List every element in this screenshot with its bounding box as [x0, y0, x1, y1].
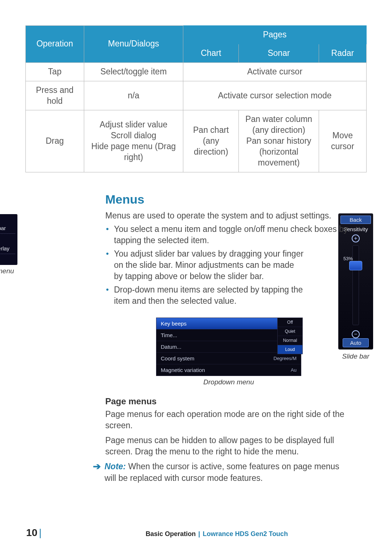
note-block: ➔ Note: When the cursor is active, some … [93, 461, 352, 483]
plus-icon: + [352, 234, 360, 242]
page-number: 10| [26, 527, 41, 539]
cell-tap-pages: Activate cursor [183, 62, 367, 81]
th-menu-dialogs: Menu/Dialogs [84, 26, 183, 63]
toggle-menu-caption: Toggle menu [0, 267, 17, 275]
th-chart: Chart [183, 44, 239, 62]
dd-option: Loud [278, 345, 302, 354]
dd-label: Datum... [161, 344, 181, 350]
cell-press-menu: n/a [84, 81, 183, 110]
slider-track: 53% [352, 245, 359, 325]
cell-drag-sonar: Pan water column (any direction) Pan son… [239, 110, 319, 172]
footer-title: Basic Operation | Lowrance HDS Gen2 Touc… [146, 530, 288, 538]
note-text: Note: When the cursor is active, some fe… [105, 461, 352, 483]
dd-label: Coord system [161, 355, 195, 361]
cell-drag-op: Drag [26, 110, 84, 172]
cell-drag-chart: Pan chart (any direction) [183, 110, 239, 172]
page-menus-p2: Page menus can be hidden to allow pages … [105, 435, 352, 457]
cell-tap-menu: Select/toggle item [84, 62, 183, 81]
bullet-item: You adjust slider bar values by dragging… [105, 248, 352, 282]
dropdown-caption: Dropdown menu [156, 378, 301, 386]
bullet-item: You select a menu item and toggle on/off… [105, 224, 352, 246]
touch-operations-table: Operation Menu/Dialogs Pages Chart Sonar… [25, 25, 367, 172]
slide-bar-caption: Slide bar [338, 352, 373, 360]
intro-paragraph: Menus are used to operate the system and… [105, 210, 352, 221]
table-row: Drag Adjust slider value Scroll dialog H… [26, 110, 367, 172]
table-row: Press and hold n/a Activate cursor selec… [26, 81, 367, 110]
dd-value: Au [291, 367, 297, 373]
toggle-menu-screenshot: Audio bar Data overlay Toggle menu [0, 214, 17, 275]
cell-press-pages: Activate cursor selection mode [183, 81, 367, 110]
cell-press-op: Press and hold [26, 81, 84, 110]
dd-value: Degrees/M [273, 356, 297, 361]
dd-option: Normal [278, 336, 302, 345]
cell-tap-op: Tap [26, 62, 84, 81]
th-pages: Pages [183, 26, 367, 44]
bullet-item: Drop-down menu items are selected by tap… [105, 284, 352, 307]
back-button: Back [340, 216, 371, 224]
page-footer: 10| Basic Operation | Lowrance HDS Gen2 … [0, 527, 392, 539]
table-row: Tap Select/toggle item Activate cursor [26, 62, 367, 81]
minus-icon: − [352, 330, 360, 338]
subheading-page-menus: Page menus [105, 396, 352, 406]
dd-label: Key beeps [161, 320, 187, 327]
dd-row: Coord system Degrees/M [156, 353, 301, 364]
cell-drag-radar: Move cursor [319, 110, 366, 172]
auto-button: Auto [343, 338, 369, 347]
toggle-item-label: Data overlay [0, 245, 15, 254]
th-sonar: Sonar [239, 44, 319, 62]
dd-label: Time... [161, 332, 177, 338]
arrow-right-icon: ➔ [93, 461, 101, 472]
dropdown-menu-screenshot: Key beeps Loud Time... Datum... Coord sy… [156, 318, 301, 386]
toggle-item-label: Audio bar [0, 225, 15, 234]
dd-row: Magnetic variation Au [156, 364, 301, 376]
note-label: Note: [105, 462, 126, 471]
th-radar: Radar [319, 44, 366, 62]
dd-option: Quiet [278, 327, 302, 336]
section-title-menus: Menus [105, 192, 352, 207]
dd-label: Magnetic variation [161, 367, 205, 373]
dd-option: Off [278, 318, 302, 327]
dd-options-popup: Off Quiet Normal Loud [277, 318, 303, 354]
th-operation: Operation [26, 26, 84, 63]
cell-drag-menu: Adjust slider value Scroll dialog Hide p… [84, 110, 183, 172]
page-menus-p1: Page menus for each operation mode are o… [105, 409, 352, 431]
